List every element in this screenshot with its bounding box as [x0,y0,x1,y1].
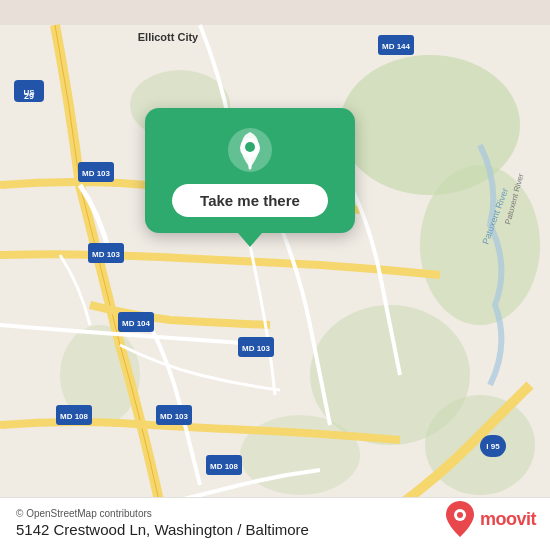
moovit-logo-text: moovit [480,509,536,530]
svg-text:Ellicott City: Ellicott City [138,31,199,43]
moovit-pin-icon [444,500,476,538]
popup-card: Take me there [145,108,355,233]
svg-text:MD 108: MD 108 [210,462,239,471]
svg-text:MD 103: MD 103 [242,344,271,353]
map-background: Patuxent River US 29 MD 144 [0,0,550,550]
svg-text:MD 104: MD 104 [122,319,151,328]
svg-text:MD 103: MD 103 [160,412,189,421]
location-pin-icon [226,126,274,174]
svg-text:MD 103: MD 103 [82,169,111,178]
svg-text:29: 29 [24,91,34,101]
svg-point-2 [420,165,540,325]
take-me-there-button[interactable]: Take me there [172,184,328,217]
svg-text:I 95: I 95 [486,442,500,451]
svg-text:MD 103: MD 103 [92,250,121,259]
svg-point-4 [425,395,535,495]
map-container: Patuxent River US 29 MD 144 [0,0,550,550]
svg-point-35 [245,142,255,152]
bottom-bar: © OpenStreetMap contributors 5142 Crestw… [0,497,550,550]
svg-point-37 [457,512,463,518]
moovit-logo: moovit [444,500,536,538]
svg-text:MD 144: MD 144 [382,42,411,51]
svg-text:MD 108: MD 108 [60,412,89,421]
